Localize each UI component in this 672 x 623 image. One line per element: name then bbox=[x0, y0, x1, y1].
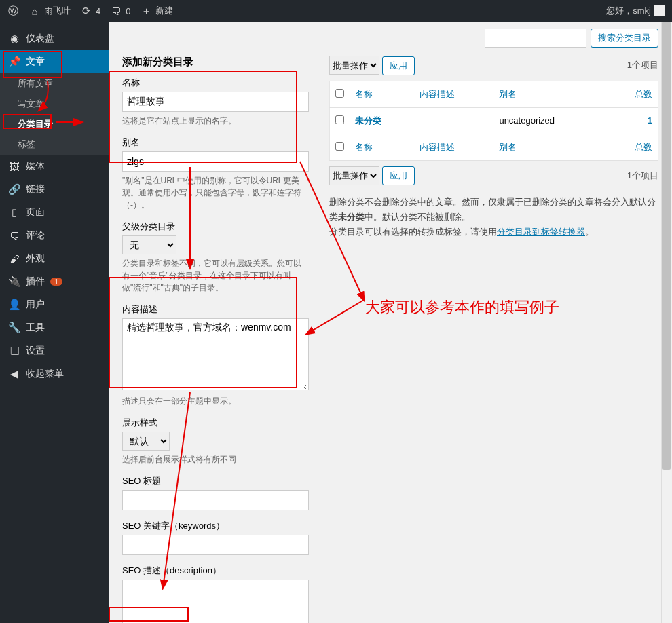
seo-keywords-input[interactable] bbox=[122, 535, 309, 555]
slug-label: 别名 bbox=[122, 136, 309, 149]
admin-sidebar: ◉仪表盘 📌文章 所有文章 写文章 分类目录 标签 🖼媒体 🔗链接 ▯页面 🗨评… bbox=[0, 22, 109, 623]
name-input[interactable] bbox=[122, 92, 309, 112]
item-count-top: 1个项目 bbox=[627, 59, 658, 71]
scrollbar-thumb[interactable] bbox=[662, 22, 671, 470]
wordpress-icon: ⓦ bbox=[7, 5, 19, 17]
brush-icon: 🖌 bbox=[8, 252, 20, 265]
desc-textarea[interactable]: 精选哲理故事，官方域名：wenmv.com bbox=[122, 318, 309, 390]
comments-icon: 🗨 bbox=[8, 229, 20, 242]
col-slug-footer[interactable]: 别名 bbox=[493, 134, 608, 160]
sidebar-item-posts[interactable]: 📌文章 bbox=[0, 50, 109, 73]
comments-link[interactable]: 🗨0 bbox=[110, 5, 130, 17]
my-account[interactable]: 您好，smkj bbox=[606, 5, 665, 17]
seo-desc-label: SEO 描述（description） bbox=[122, 565, 309, 577]
media-icon: 🖼 bbox=[8, 160, 20, 172]
sidebar-item-comments[interactable]: 🗨评论 bbox=[0, 224, 109, 247]
seo-keywords-label: SEO 关键字（keywords） bbox=[122, 520, 309, 532]
bulk-action-bottom-select[interactable]: 批量操作 bbox=[329, 166, 379, 185]
dashboard-icon: ◉ bbox=[8, 33, 20, 45]
sidebar-item-all-posts[interactable]: 所有文章 bbox=[0, 73, 109, 94]
name-help: 这将是它在站点上显示的名字。 bbox=[122, 115, 309, 127]
collapse-icon: ◀ bbox=[8, 368, 20, 380]
greeting-text: 您好，smkj bbox=[606, 5, 651, 17]
col-desc-footer[interactable]: 内容描述 bbox=[414, 134, 493, 160]
sidebar-item-media[interactable]: 🖼媒体 bbox=[0, 155, 109, 178]
sliders-icon: ❑ bbox=[8, 345, 20, 357]
link-icon: 🔗 bbox=[8, 183, 20, 195]
name-label: 名称 bbox=[122, 77, 309, 89]
col-count-header[interactable]: 总数 bbox=[608, 81, 658, 107]
sidebar-item-tools[interactable]: 🔧工具 bbox=[0, 316, 109, 339]
col-count-footer[interactable]: 总数 bbox=[608, 134, 658, 160]
refresh-icon: ⟳ bbox=[80, 5, 92, 17]
plus-icon: ＋ bbox=[140, 5, 152, 17]
table-row: 未分类 uncategorized 1 bbox=[330, 107, 658, 134]
sidebar-item-pages[interactable]: ▯页面 bbox=[0, 201, 109, 224]
slug-input[interactable] bbox=[122, 151, 309, 172]
desc-help: 描述只会在一部分主题中显示。 bbox=[122, 395, 309, 407]
select-all-top-checkbox[interactable] bbox=[335, 89, 344, 98]
col-name-header[interactable]: 名称 bbox=[350, 81, 414, 107]
sidebar-item-categories[interactable]: 分类目录 bbox=[0, 114, 109, 134]
display-select[interactable]: 默认 bbox=[122, 432, 170, 451]
updates-count: 4 bbox=[96, 6, 100, 16]
parent-select[interactable]: 无 bbox=[122, 235, 176, 254]
updates-link[interactable]: ⟳4 bbox=[80, 5, 100, 17]
col-name-footer[interactable]: 名称 bbox=[350, 134, 414, 160]
display-help: 选择后前台展示样式将有所不同 bbox=[122, 453, 309, 466]
bulk-action-top-select[interactable]: 批量操作 bbox=[329, 56, 379, 75]
sidebar-item-users[interactable]: 👤用户 bbox=[0, 293, 109, 316]
sidebar-item-collapse[interactable]: ◀收起菜单 bbox=[0, 362, 109, 385]
item-count-bottom: 1个项目 bbox=[627, 170, 658, 182]
col-slug-header[interactable]: 别名 bbox=[493, 81, 608, 107]
search-button[interactable]: 搜索分类目录 bbox=[591, 29, 658, 48]
row-desc bbox=[414, 107, 493, 134]
page-icon: ▯ bbox=[8, 206, 20, 219]
row-checkbox[interactable] bbox=[335, 115, 344, 124]
converter-link[interactable]: 分类目录到标签转换器 bbox=[497, 227, 585, 237]
admin-topbar: ⓦ ⌂雨飞叶 ⟳4 🗨0 ＋新建 您好，smkj bbox=[0, 0, 672, 22]
site-home[interactable]: ⌂雨飞叶 bbox=[29, 5, 71, 17]
row-slug: uncategorized bbox=[493, 107, 608, 134]
comments-count: 0 bbox=[126, 6, 130, 16]
wrench-icon: 🔧 bbox=[8, 322, 20, 334]
sidebar-item-appearance[interactable]: 🖌外观 bbox=[0, 247, 109, 270]
plug-icon: 🔌 bbox=[8, 276, 20, 288]
plugins-count-badge: 1 bbox=[50, 278, 62, 286]
add-category-form: 添加新分类目录 名称 这将是它在站点上显示的名字。 别名 "别名"是在URL中使… bbox=[122, 56, 309, 623]
new-link[interactable]: ＋新建 bbox=[140, 5, 173, 17]
comment-icon: 🗨 bbox=[110, 5, 122, 17]
annotation-callout: 大家可以参考本作的填写例子 bbox=[365, 297, 559, 318]
content-area: 分类目录 搜索分类目录 添加新分类目录 名称 这将是它在站点上显示的名字。 别名… bbox=[109, 22, 672, 623]
sidebar-item-dashboard[interactable]: ◉仪表盘 bbox=[0, 27, 109, 50]
sidebar-item-plugins[interactable]: 🔌插件1 bbox=[0, 270, 109, 293]
search-input[interactable] bbox=[485, 29, 586, 48]
posts-submenu: 所有文章 写文章 分类目录 标签 bbox=[0, 73, 109, 155]
parent-label: 父级分类目录 bbox=[122, 221, 309, 233]
seo-title-input[interactable] bbox=[122, 490, 309, 510]
footer-notes: 删除分类不会删除分类中的文章。然而，仅隶属于已删除分类的文章将会分入默认分类未分… bbox=[329, 195, 658, 240]
sidebar-item-new-post[interactable]: 写文章 bbox=[0, 94, 109, 114]
site-name: 雨飞叶 bbox=[44, 5, 71, 17]
select-all-bottom-checkbox[interactable] bbox=[335, 142, 344, 151]
row-name-link[interactable]: 未分类 bbox=[355, 115, 381, 126]
desc-label: 内容描述 bbox=[122, 303, 309, 316]
new-label: 新建 bbox=[155, 5, 173, 17]
bulk-apply-top-button[interactable]: 应用 bbox=[382, 56, 415, 75]
users-icon: 👤 bbox=[8, 299, 20, 311]
page-scrollbar[interactable] bbox=[661, 22, 672, 623]
bulk-apply-bottom-button[interactable]: 应用 bbox=[382, 166, 415, 185]
seo-title-label: SEO 标题 bbox=[122, 475, 309, 487]
row-count-link[interactable]: 1 bbox=[648, 115, 652, 126]
display-label: 展示样式 bbox=[122, 417, 309, 429]
sidebar-item-settings[interactable]: ❑设置 bbox=[0, 339, 109, 362]
col-desc-header[interactable]: 内容描述 bbox=[414, 81, 493, 107]
avatar bbox=[654, 5, 665, 16]
seo-desc-textarea[interactable] bbox=[122, 580, 309, 623]
sidebar-item-tags[interactable]: 标签 bbox=[0, 134, 109, 155]
categories-table: 名称 内容描述 别名 总数 未分类 uncategorized 1 bbox=[329, 81, 658, 161]
sidebar-item-links[interactable]: 🔗链接 bbox=[0, 178, 109, 201]
pin-icon: 📌 bbox=[8, 56, 20, 68]
wp-logo[interactable]: ⓦ bbox=[7, 5, 19, 17]
form-title: 添加新分类目录 bbox=[122, 56, 309, 69]
